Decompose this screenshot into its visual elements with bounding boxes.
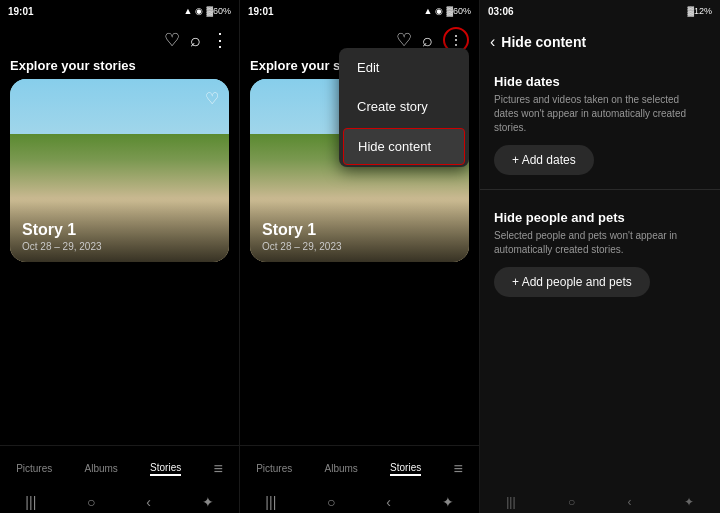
nav-stories-2[interactable]: Stories bbox=[390, 462, 421, 476]
nav-stories-label-1: Stories bbox=[150, 462, 181, 476]
hc-home-menu[interactable]: ||| bbox=[506, 495, 515, 509]
story-card-overlay-1: Story 1 Oct 28 – 29, 2023 bbox=[10, 201, 229, 262]
hc-header: ‹ Hide content bbox=[480, 22, 720, 62]
nav-pictures-2[interactable]: Pictures bbox=[256, 463, 292, 474]
hc-spacer bbox=[480, 303, 720, 491]
hc-people-desc: Selected people and pets won't appear in… bbox=[494, 229, 706, 257]
nav-albums-label-1: Albums bbox=[85, 463, 118, 474]
hc-title: Hide content bbox=[501, 34, 586, 50]
hc-section-dates: Hide dates Pictures and videos taken on … bbox=[480, 62, 720, 181]
heart-icon[interactable]: ♡ bbox=[164, 29, 180, 51]
hc-section-people: Hide people and pets Selected people and… bbox=[480, 198, 720, 303]
nav-pictures-label-1: Pictures bbox=[16, 463, 52, 474]
nav-stories-1[interactable]: Stories bbox=[150, 462, 181, 476]
bottom-nav-1: Pictures Albums Stories ≡ bbox=[0, 445, 239, 491]
home-btn-back-2[interactable]: ‹ bbox=[386, 494, 391, 510]
nav-albums-label-2: Albums bbox=[325, 463, 358, 474]
home-indicator-2: ||| ○ ‹ ✦ bbox=[240, 491, 479, 513]
story-title-1: Story 1 bbox=[22, 221, 217, 239]
signal-icon-2: ▲ bbox=[424, 6, 433, 16]
home-btn-circle-2[interactable]: ○ bbox=[327, 494, 335, 510]
status-icons-1: ▲ ◉ ▓60% bbox=[184, 6, 232, 16]
status-time-2: 19:01 bbox=[248, 6, 274, 17]
story-date-2: Oct 28 – 29, 2023 bbox=[262, 241, 457, 252]
bottom-nav-2: Pictures Albums Stories ≡ bbox=[240, 445, 479, 491]
nav-pictures-1[interactable]: Pictures bbox=[16, 463, 52, 474]
hc-home-recents[interactable]: ✦ bbox=[684, 495, 694, 509]
story-card-1[interactable]: ♡ Story 1 Oct 28 – 29, 2023 bbox=[10, 79, 229, 262]
home-btn-recents-1[interactable]: ✦ bbox=[202, 494, 214, 510]
story-title-2: Story 1 bbox=[262, 221, 457, 239]
hc-home-back[interactable]: ‹ bbox=[627, 495, 631, 509]
hc-status-bar: 03:06 ▓12% bbox=[480, 0, 720, 22]
nav-pictures-label-2: Pictures bbox=[256, 463, 292, 474]
hc-dates-desc: Pictures and videos taken on the selecte… bbox=[494, 93, 706, 135]
dropdown-create-story[interactable]: Create story bbox=[339, 87, 469, 126]
nav-albums-2[interactable]: Albums bbox=[325, 463, 358, 474]
dropdown-hide-content[interactable]: Hide content bbox=[343, 128, 465, 165]
hide-content-panel: 03:06 ▓12% ‹ Hide content Hide dates Pic… bbox=[480, 0, 720, 513]
wifi-icon-2: ◉ bbox=[435, 6, 443, 16]
panel-1: 19:01 ▲ ◉ ▓60% ♡ ⌕ ⋮ Explore your storie… bbox=[0, 0, 240, 513]
panel-2: 19:01 ▲ ◉ ▓60% ♡ ⌕ ⋮ Explore your storie… bbox=[240, 0, 480, 513]
home-btn-menu-1[interactable]: ||| bbox=[25, 494, 36, 510]
story-card-overlay-2: Story 1 Oct 28 – 29, 2023 bbox=[250, 201, 469, 262]
nav-stories-label-2: Stories bbox=[390, 462, 421, 476]
wifi-icon: ◉ bbox=[195, 6, 203, 16]
hamburger-icon-2[interactable]: ≡ bbox=[453, 460, 462, 478]
hamburger-icon-1[interactable]: ≡ bbox=[213, 460, 222, 478]
status-icons-2: ▲ ◉ ▓60% bbox=[424, 6, 472, 16]
home-btn-circle-1[interactable]: ○ bbox=[87, 494, 95, 510]
dropdown-edit[interactable]: Edit bbox=[339, 48, 469, 87]
hc-dates-title: Hide dates bbox=[494, 74, 706, 89]
battery-icon-2: ▓60% bbox=[446, 6, 471, 16]
signal-icon: ▲ bbox=[184, 6, 193, 16]
add-dates-button[interactable]: + Add dates bbox=[494, 145, 594, 175]
home-btn-menu-2[interactable]: ||| bbox=[265, 494, 276, 510]
nav-albums-1[interactable]: Albums bbox=[85, 463, 118, 474]
search-icon[interactable]: ⌕ bbox=[190, 30, 201, 51]
hc-back-icon[interactable]: ‹ bbox=[490, 33, 495, 51]
status-bar-1: 19:01 ▲ ◉ ▓60% bbox=[0, 0, 239, 22]
story-date-1: Oct 28 – 29, 2023 bbox=[22, 241, 217, 252]
status-time-1: 19:01 bbox=[8, 6, 34, 17]
hc-status-time: 03:06 bbox=[488, 6, 514, 17]
more-icon[interactable]: ⋮ bbox=[211, 29, 229, 51]
dropdown-menu: Edit Create story Hide content bbox=[339, 48, 469, 167]
home-btn-back-1[interactable]: ‹ bbox=[146, 494, 151, 510]
top-bar-1: ♡ ⌕ ⋮ bbox=[0, 22, 239, 58]
hc-status-icons: ▓12% bbox=[687, 6, 712, 16]
battery-icon: ▓60% bbox=[206, 6, 231, 16]
hc-home-indicator: ||| ○ ‹ ✦ bbox=[480, 491, 720, 513]
story-heart-icon-1[interactable]: ♡ bbox=[205, 89, 219, 108]
home-btn-recents-2[interactable]: ✦ bbox=[442, 494, 454, 510]
section-title-1: Explore your stories bbox=[0, 58, 239, 79]
hc-divider bbox=[480, 189, 720, 190]
hc-people-title: Hide people and pets bbox=[494, 210, 706, 225]
add-people-button[interactable]: + Add people and pets bbox=[494, 267, 650, 297]
home-indicator-1: ||| ○ ‹ ✦ bbox=[0, 491, 239, 513]
hc-home-circle[interactable]: ○ bbox=[568, 495, 575, 509]
status-bar-2: 19:01 ▲ ◉ ▓60% bbox=[240, 0, 479, 22]
hc-signal-icon: ▓12% bbox=[687, 6, 712, 16]
